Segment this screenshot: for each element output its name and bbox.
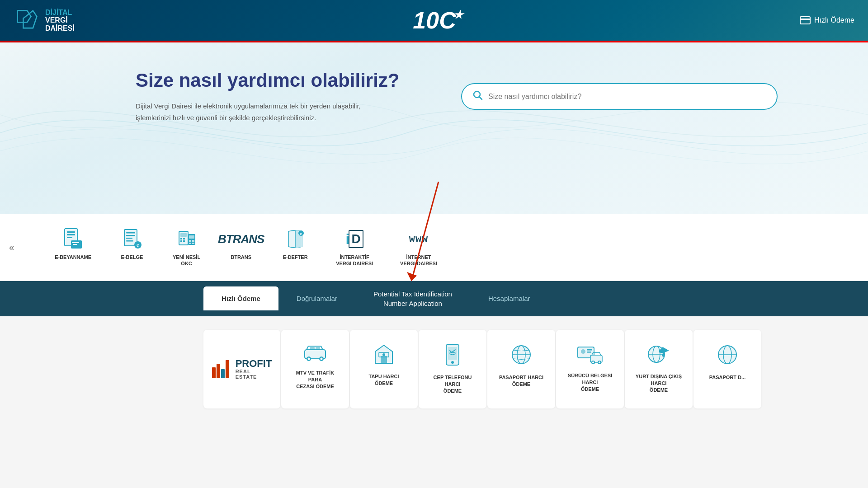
profit-bars-icon: [212, 360, 229, 378]
quick-access-e-belge[interactable]: e e-BELGE: [105, 223, 159, 272]
prev-arrow[interactable]: «: [0, 242, 23, 253]
svg-rect-19: [126, 240, 133, 242]
btrans-label: BTRANS: [231, 254, 251, 260]
service-surucu[interactable]: SÜRÜCÜ BELGESİ HARCI ÖDEME: [556, 330, 624, 408]
svg-marker-0: [18, 11, 31, 23]
svg-rect-26: [180, 240, 182, 242]
svg-rect-8: [67, 231, 75, 233]
quick-access-internet-vergi[interactable]: www İNTERNET VERGİ DAİRESİ: [387, 223, 451, 272]
hero-subtitle: Dijital Vergi Dairesi ile elektronik uyg…: [136, 100, 371, 123]
dvd-logo-icon: [14, 7, 41, 34]
svg-point-49: [382, 353, 385, 356]
interaktif-vergi-icon: i D: [343, 228, 366, 250]
svg-point-64: [599, 361, 600, 363]
svg-rect-27: [183, 240, 185, 242]
svg-rect-4: [800, 19, 810, 20]
interaktif-vergi-label: İNTERAKTİF VERGİ DAİRESİ: [336, 254, 373, 267]
svg-rect-29: [189, 235, 194, 239]
hero-title: Size nasıl yardımcı olabiliriz?: [136, 70, 400, 91]
svg-rect-17: [126, 235, 135, 236]
tab-hesaplamalar[interactable]: Hesaplamalar: [470, 286, 548, 310]
mtv-icon: [303, 343, 327, 363]
svg-rect-31: [192, 240, 194, 242]
logo-text: DİJİTAL VERGİ DAİRESİ: [45, 9, 75, 33]
services-grid: PROFIT REAL ESTATE MTV VE TRAFİK: [203, 330, 665, 408]
e-defter-icon: e: [284, 228, 307, 250]
tab-hizli-odeme[interactable]: Hızlı Ödeme: [203, 286, 278, 310]
pasaport-d-icon: [716, 343, 739, 368]
quick-access-e-beyanname[interactable]: e-BEYANNAME: [41, 223, 105, 272]
service-pasaport-d[interactable]: PASAPORT D...: [693, 330, 761, 408]
e-defter-label: e-DEFTER: [283, 254, 308, 260]
svg-point-57: [581, 349, 585, 354]
btrans-icon: BTRANS: [230, 228, 252, 250]
quick-access-btrans[interactable]: BTRANS BTRANS: [214, 223, 268, 272]
service-tapu[interactable]: TAPU HARCI ÖDEME: [350, 330, 418, 408]
svg-rect-3: [800, 17, 810, 24]
logo-container[interactable]: DİJİTAL VERGİ DAİRESİ: [14, 7, 75, 34]
svg-rect-25: [183, 238, 185, 239]
svg-rect-12: [73, 242, 79, 243]
hero-section: Size nasıl yardımcı olabiliriz? Dijital …: [0, 42, 868, 214]
quick-access-interaktif-vergi[interactable]: i D İNTERAKTİF VERGİ DAİRESİ: [322, 223, 387, 272]
yeni-nesil-okc-icon: [175, 228, 198, 250]
hero-search-container: [461, 83, 778, 110]
svg-rect-10: [67, 237, 72, 238]
internet-vergi-label: İNTERNET VERGİ DAİRESİ: [400, 254, 437, 267]
hero-wave-bg: [0, 42, 868, 214]
svg-rect-18: [126, 238, 132, 239]
cep-icon: [443, 343, 462, 368]
pasaport-icon: [510, 343, 533, 368]
profit-logo: PROFIT REAL ESTATE: [212, 359, 272, 380]
tabs-bar: Hızlı Ödeme Doğrulamalar Potential Tax I…: [0, 281, 868, 316]
service-yurt-disina-label: YURT DIŞINA ÇIKIŞ HARCI ÖDEME: [634, 373, 684, 394]
service-mtv[interactable]: MTV VE TRAFİK PARA CEZASI ÖDEME: [281, 330, 349, 408]
yeni-nesil-okc-label: YENİ NESİL ÖKC: [173, 254, 200, 267]
search-input[interactable]: [488, 93, 766, 101]
quick-access-e-defter[interactable]: e e-DEFTER: [268, 223, 322, 272]
hero-content: Size nasıl yardımcı olabiliriz? Dijital …: [0, 70, 868, 123]
svg-line-6: [479, 97, 482, 99]
service-pasaport-d-label: PASAPORT D...: [709, 374, 745, 381]
svg-point-52: [451, 361, 454, 364]
credit-card-icon: [800, 16, 811, 24]
svg-rect-14: [72, 242, 73, 243]
service-mtv-label: MTV VE TRAFİK PARA CEZASI ÖDEME: [290, 370, 340, 390]
service-tapu-label: TAPU HARCI ÖDEME: [359, 373, 409, 387]
tapu-icon: [373, 343, 395, 367]
svg-rect-13: [73, 244, 77, 245]
e-belge-label: e-BELGE: [121, 254, 143, 260]
internet-vergi-icon: www: [407, 228, 430, 250]
service-cep-label: CEP TELEFONU HARCI ÖDEME: [428, 374, 477, 395]
surucu-icon: [577, 343, 603, 366]
e-beyanname-icon: [62, 228, 85, 250]
svg-rect-58: [587, 349, 592, 351]
search-icon: [473, 90, 483, 103]
e-belge-icon: e: [121, 228, 143, 250]
svg-rect-30: [189, 240, 191, 242]
svg-rect-32: [189, 243, 191, 244]
tab-dogrulamalar[interactable]: Doğrulamalar: [278, 286, 355, 310]
svg-text:e: e: [300, 232, 302, 236]
service-pasaport[interactable]: PASAPORT HARCI ÖDEME: [487, 330, 555, 408]
profit-text: PROFIT REAL ESTATE: [236, 359, 272, 380]
service-surucu-label: SÜRÜCÜ BELGESİ HARCI ÖDEME: [565, 372, 615, 393]
hero-text: Size nasıl yardımcı olabiliriz? Dijital …: [136, 70, 400, 123]
svg-rect-44: [310, 347, 315, 350]
content-area: PROFIT REAL ESTATE MTV VE TRAFİK: [0, 316, 868, 422]
svg-rect-59: [587, 352, 591, 353]
svg-text:e: e: [137, 243, 139, 248]
svg-point-63: [592, 361, 594, 363]
tab-potential-tax[interactable]: Potential Tax Identification Number Appl…: [355, 281, 470, 316]
svg-rect-33: [192, 243, 194, 244]
service-profit[interactable]: PROFIT REAL ESTATE: [203, 330, 280, 408]
svg-rect-45: [316, 347, 320, 350]
svg-rect-24: [180, 238, 182, 239]
quick-payment-header[interactable]: Hızlı Ödeme: [800, 16, 854, 24]
centennial-logo: 1 0 C ★: [413, 7, 455, 34]
quick-access-yeni-nesil-okc[interactable]: YENİ NESİL ÖKC: [159, 223, 214, 272]
service-yurt-disina[interactable]: YURT DIŞINA ÇIKIŞ HARCI ÖDEME: [625, 330, 693, 408]
service-cep[interactable]: CEP TELEFONU HARCI ÖDEME: [419, 330, 486, 408]
search-box[interactable]: [461, 83, 778, 110]
e-beyanname-label: e-BEYANNAME: [55, 254, 91, 260]
